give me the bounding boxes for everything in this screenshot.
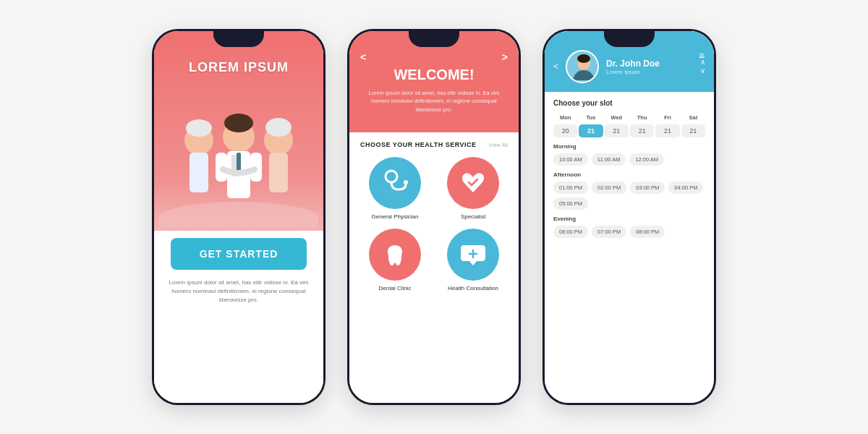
slot-2pm[interactable]: 02:00 PM [592,182,626,194]
get-started-button[interactable]: GET STARTED [171,238,307,270]
welcome-title: WELCOME! [360,67,508,83]
slot-7pm[interactable]: 07:00 PM [592,226,626,238]
phone2-header: < > WELCOME! Lorem ipsum dolor sit amet,… [349,31,519,132]
calendar-dates-row: 20 21 21 21 21 21 [553,124,705,137]
phone-2: < > WELCOME! Lorem ipsum dolor sit amet,… [347,29,521,405]
consultation-label: Health Consultation [448,285,498,292]
cal-day-tue: Tue [579,113,603,122]
doctor-avatar-svg [567,51,599,83]
svg-point-20 [577,54,590,63]
service-general-physician[interactable]: General Physician [360,157,430,220]
services-title: CHOOSE YOUR HEALTH SERVICE [360,141,477,148]
phone3-header: < Dr. John Doe Lorem Ipsum ∧ [545,31,714,92]
welcome-description: Lorem ipsum dolor sit amet, has elitr vi… [360,89,508,114]
cal-date-21-wed[interactable]: 21 [605,124,629,137]
slot-title: Choose your slot [553,99,705,107]
svg-rect-11 [269,153,288,192]
svg-rect-8 [237,153,241,171]
phone1-title: LOREM IPSUM [189,60,289,75]
svg-point-0 [159,202,318,227]
svg-point-10 [265,118,292,137]
calendar-days-row: Mon Tue Wed Thu Fri Sat [553,113,705,122]
chat-plus-icon [458,239,488,270]
consultation-icon-bg [447,229,499,281]
doctors-svg [159,86,318,227]
specialist-icon-bg [447,157,499,209]
doctor-avatar [566,50,599,83]
phone2-body: CHOOSE YOUR HEALTH SERVICE View All [349,132,519,403]
dental-icon-bg [369,229,421,281]
phone2-screen: < > WELCOME! Lorem ipsum dolor sit amet,… [349,31,519,403]
phone3-screen: < Dr. John Doe Lorem Ipsum ∧ [545,31,714,403]
evening-slots: 06:00 PM 07:00 PM 08:00 PM [553,226,705,238]
general-physician-label: General Physician [372,213,419,220]
services-header: CHOOSE YOUR HEALTH SERVICE View All [360,141,508,148]
phone-3: < Dr. John Doe Lorem Ipsum ∧ [542,29,716,405]
svg-point-5 [224,114,253,132]
phone3-back-arrow[interactable]: < [553,61,558,72]
phone1-header: LOREM IPSUM [178,53,299,82]
cal-day-fri: Fri [655,113,679,122]
doctor-name: Dr. John Doe [606,59,693,69]
phone2-forward-arrow[interactable]: > [502,51,508,63]
service-consultation[interactable]: Health Consultation [438,229,508,292]
afternoon-section: Afternoon 01:00 PM 02:00 PM 03:00 PM 04:… [553,171,705,210]
phone1-description: Lorem ipsum dolor sit amet, has elitr vi… [169,278,309,305]
slot-1pm[interactable]: 01:00 PM [553,182,588,194]
service-dental[interactable]: Dental Clinic [360,229,430,292]
slot-10am[interactable]: 10:00 AM [553,153,588,166]
cal-day-mon: Mon [553,113,577,122]
cal-date-21-active[interactable]: 21 [579,124,603,137]
phone2-back-arrow[interactable]: < [360,51,366,63]
morning-slots: 10:00 AM 11:00 AM 12:00 AM [553,153,705,166]
slot-4pm[interactable]: 04:00 PM [668,182,703,194]
phone1-bottom: GET STARTED Lorem ipsum dolor sit amet, … [154,231,323,403]
slot-11am[interactable]: 11:00 AM [592,153,626,166]
service-specialist[interactable]: Specialist [438,157,508,220]
doctors-illustration [159,86,318,231]
doctor-info: Dr. John Doe Lorem Ipsum [606,59,693,75]
cal-date-20[interactable]: 20 [553,124,577,137]
phone2-nav: < > [360,51,508,63]
evening-section: Evening 06:00 PM 07:00 PM 08:00 PM [553,216,705,238]
cal-date-21-sat[interactable]: 21 [681,124,705,137]
slot-12am[interactable]: 12:00 AM [629,153,664,166]
cal-day-thu: Thu [630,113,654,122]
slot-6pm[interactable]: 06:00 PM [553,226,588,238]
phone-1: LOREM IPSUM [152,29,326,405]
cal-day-wed: Wed [605,113,629,122]
svg-point-14 [386,171,397,182]
tooth-icon [380,239,410,270]
view-all-link[interactable]: View All [489,142,508,148]
menu-icon[interactable]: ≡ [699,50,705,61]
svg-point-2 [186,119,212,137]
phone3-body: Choose your slot Mon Tue Wed Thu Fri Sat… [545,92,714,403]
general-physician-icon-bg [369,157,421,209]
svg-point-15 [404,180,408,184]
dental-label: Dental Clinic [379,285,412,292]
heart-icon [458,168,488,198]
phones-container: LOREM IPSUM [0,14,868,420]
cal-date-21-fri[interactable]: 21 [655,124,679,137]
afternoon-label: Afternoon [553,171,705,178]
stethoscope-icon [380,168,410,198]
phone1-screen: LOREM IPSUM [154,31,323,403]
services-grid: General Physician Specialist [360,157,508,292]
doctor-specialty: Lorem Ipsum [606,69,693,75]
cal-day-sat: Sat [681,113,705,122]
specialist-label: Specialist [461,213,485,220]
evening-label: Evening [553,216,705,222]
morning-label: Morning [553,143,705,150]
slot-8pm[interactable]: 08:00 PM [630,226,665,238]
svg-rect-3 [190,153,208,192]
cal-date-21-thu[interactable]: 21 [630,124,654,137]
slot-3pm[interactable]: 03:00 PM [630,182,665,194]
slot-5pm[interactable]: 05:00 PM [553,197,588,210]
morning-section: Morning 10:00 AM 11:00 AM 12:00 AM [553,143,705,166]
chevron-down-icon[interactable]: ∨ [700,67,705,75]
afternoon-slots: 01:00 PM 02:00 PM 03:00 PM 04:00 PM 05:0… [553,182,705,210]
